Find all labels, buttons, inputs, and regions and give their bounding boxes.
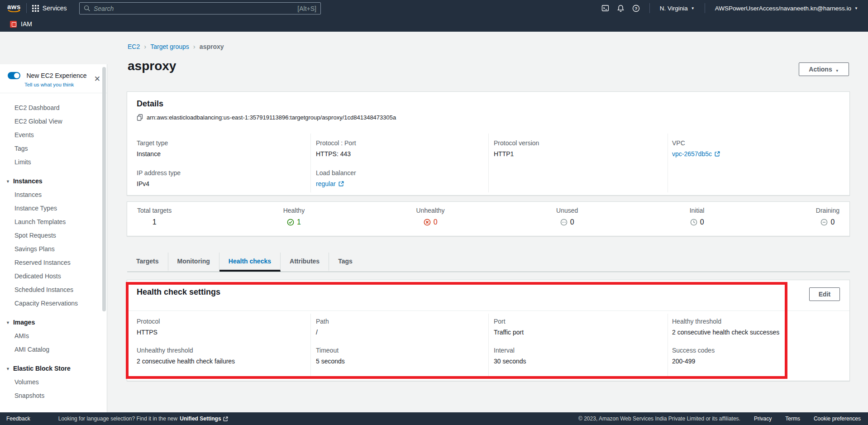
summary-unhealthy: Unhealthy 0 (416, 207, 445, 236)
recent-service-link[interactable]: IAM (21, 20, 32, 28)
field-label: Path (316, 317, 329, 325)
sidebar-item-limits[interactable]: Limits (0, 155, 107, 169)
sidebar-item-volumes[interactable]: Volumes (0, 375, 107, 389)
sidebar-item-events[interactable]: Events (0, 128, 107, 142)
details-card: Details arn:aws:elasticloadbalancing:us-… (127, 91, 850, 196)
summary-healthy: Healthy 1 (283, 207, 305, 236)
field-ip-address-type: IP address type IPv4 (137, 169, 181, 188)
link-text: Unified Settings (180, 415, 221, 422)
arn-row: arn:aws:elasticloadbalancing:us-east-1:3… (137, 114, 396, 121)
sidebar-item-launch-templates[interactable]: Launch Templates (0, 215, 107, 229)
summary-value: 1 (297, 218, 301, 226)
console-footer: Feedback Looking for language selection?… (0, 412, 868, 425)
search-input[interactable] (94, 5, 297, 12)
field-label: VPC (672, 139, 720, 147)
sidebar-item-snapshots[interactable]: Snapshots (0, 389, 107, 402)
sidebar-section-instances[interactable]: ▼Instances (0, 174, 107, 188)
tab-tags[interactable]: Tags (329, 253, 362, 272)
sidebar-item-capacity-reservations[interactable]: Capacity Reservations (0, 296, 107, 310)
help-button[interactable]: ? (629, 0, 644, 16)
load-balancer-link[interactable]: regular (316, 180, 344, 188)
field-timeout: Timeout 5 seconds (316, 346, 345, 365)
sidebar-item-ec2-global-view[interactable]: EC2 Global View (0, 115, 107, 128)
account-label: AWSPowerUserAccess/navaneeth.kn@harness.… (715, 5, 851, 12)
field-unhealthy-threshold: Unhealthy threshold 2 consecutive health… (137, 346, 235, 365)
summary-label: Unhealthy (416, 207, 445, 214)
cloudshell-button[interactable] (598, 0, 613, 16)
tab-monitoring[interactable]: Monitoring (168, 253, 219, 272)
sidebar-item-scheduled-instances[interactable]: Scheduled Instances (0, 283, 107, 296)
nav-primary-row: aws Services [Alt+S] (0, 0, 868, 16)
sidebar-item-ami-catalog[interactable]: AMI Catalog (0, 343, 107, 356)
x-circle-icon (424, 219, 431, 226)
notifications-button[interactable] (613, 0, 629, 16)
sidebar-item-instances[interactable]: Instances (0, 188, 107, 201)
chevron-down-icon: ▼ (835, 69, 839, 73)
summary-label: Healthy (283, 207, 305, 214)
region-label: N. Virginia (660, 5, 688, 12)
column-divider (668, 314, 668, 379)
field-label: Timeout (316, 346, 345, 354)
copy-icon[interactable] (137, 114, 143, 121)
nav-separator (705, 3, 705, 13)
tell-us-link[interactable]: Tell us what you think (24, 82, 100, 87)
new-experience-toggle[interactable] (8, 72, 20, 79)
field-value: HTTPS (137, 328, 160, 336)
sidebar-item-amis[interactable]: AMIs (0, 329, 107, 343)
field-label: Protocol version (494, 139, 539, 147)
sidebar-scrollbar[interactable] (102, 67, 106, 311)
sidebar-item-reserved-instances[interactable]: Reserved Instances (0, 256, 107, 269)
sidebar-section-elastic-block-store[interactable]: ▼Elastic Block Store (0, 362, 107, 375)
feedback-link[interactable]: Feedback (6, 415, 30, 422)
services-menu-button[interactable]: Services (32, 5, 67, 12)
breadcrumb: EC2 › Target groups › asproxy (128, 43, 224, 50)
tab-attributes[interactable]: Attributes (281, 253, 329, 272)
actions-button[interactable]: Actions▼ (799, 62, 849, 76)
terms-link[interactable]: Terms (785, 415, 800, 422)
nav-separator (649, 3, 650, 13)
sidebar-item-ec2-dashboard[interactable]: EC2 Dashboard (0, 101, 107, 115)
cookie-preferences-link[interactable]: Cookie preferences (814, 415, 861, 422)
sidebar-item-spot-requests[interactable]: Spot Requests (0, 229, 107, 242)
field-label: Healthy threshold (672, 317, 779, 325)
sidebar-nav: EC2 Dashboard EC2 Global View Events Tag… (0, 93, 107, 402)
section-title: Images (13, 319, 35, 326)
aws-logo[interactable]: aws (7, 4, 21, 13)
breadcrumb-ec2-link[interactable]: EC2 (128, 43, 140, 50)
bell-icon (617, 5, 625, 12)
search-shortcut-hint: [Alt+S] (297, 5, 316, 12)
services-grid-icon (32, 5, 39, 12)
field-label: Protocol : Port (316, 139, 356, 147)
chevron-down-icon: ▼ (691, 7, 695, 10)
field-port: Port Traffic port (494, 317, 524, 336)
privacy-link[interactable]: Privacy (754, 415, 772, 422)
actions-button-label: Actions (809, 66, 832, 73)
breadcrumb-current: asproxy (200, 43, 224, 50)
field-value: 5 seconds (316, 357, 345, 365)
aws-smile-icon (8, 10, 20, 13)
edit-button[interactable]: Edit (809, 287, 840, 301)
summary-label: Initial (690, 207, 705, 214)
details-heading: Details (137, 99, 163, 109)
vpc-link[interactable]: vpc-2657db5c (672, 150, 720, 158)
nav-utilities: ? N. Virginia ▼ AWSPowerUserAccess/navan… (598, 0, 863, 16)
sidebar-item-dedicated-hosts[interactable]: Dedicated Hosts (0, 269, 107, 283)
ec2-sidebar: New EC2 Experience Tell us what you thin… (0, 64, 107, 412)
tab-targets[interactable]: Targets (127, 253, 168, 272)
external-link-icon (715, 151, 720, 157)
account-menu[interactable]: AWSPowerUserAccess/navaneeth.kn@harness.… (711, 0, 863, 16)
sidebar-item-tags[interactable]: Tags (0, 142, 107, 155)
field-label: Success codes (672, 346, 715, 354)
region-selector[interactable]: N. Virginia ▼ (655, 0, 699, 16)
header-divider (127, 310, 849, 311)
sidebar-section-images[interactable]: ▼Images (0, 315, 107, 329)
unified-settings-link[interactable]: Unified Settings (180, 415, 228, 422)
field-label: Unhealthy threshold (137, 346, 235, 354)
sidebar-item-instance-types[interactable]: Instance Types (0, 201, 107, 215)
tab-health-checks[interactable]: Health checks (219, 253, 281, 272)
close-icon[interactable]: ✕ (94, 74, 100, 84)
summary-label: Unused (556, 207, 578, 214)
breadcrumb-target-groups-link[interactable]: Target groups (150, 43, 189, 50)
field-healthy-threshold: Healthy threshold 2 consecutive health c… (672, 317, 779, 336)
sidebar-item-savings-plans[interactable]: Savings Plans (0, 242, 107, 256)
